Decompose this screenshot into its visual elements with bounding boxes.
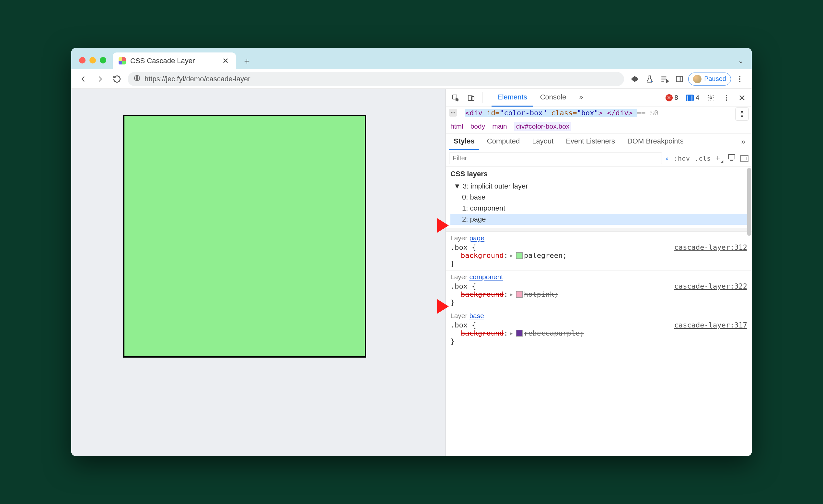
browser-menu-button[interactable] (733, 73, 746, 85)
maximize-window-button[interactable] (100, 57, 106, 63)
styles-tabstrip: Styles Computed Layout Event Listeners D… (446, 134, 752, 150)
color-swatch[interactable] (516, 330, 523, 337)
back-button[interactable] (77, 73, 90, 85)
devtools-toolbar: Elements Console » ✕8 ❙❙4 (446, 89, 752, 107)
close-window-button[interactable] (79, 57, 86, 63)
css-property[interactable]: background (461, 251, 504, 260)
panel-icon[interactable] (673, 73, 686, 85)
issues-icon: ❙❙ (686, 95, 694, 101)
style-rule[interactable]: Layer page .box { cascade-layer:312 back… (446, 231, 752, 270)
profile-avatar (693, 75, 701, 83)
urlbar: https://jec.fyi/demo/cascade-layer Pause… (71, 69, 752, 89)
forward-button[interactable] (94, 73, 106, 85)
hov-toggle[interactable]: :hov (674, 155, 690, 162)
styles-tab-layout[interactable]: Layout (527, 134, 558, 150)
rule-source-link[interactable]: cascade-layer:317 (674, 321, 747, 329)
paused-label: Paused (704, 75, 726, 82)
reload-button[interactable] (111, 73, 123, 85)
svg-rect-2 (676, 76, 683, 81)
css-layers-heading: CSS layers (446, 166, 752, 180)
browser-window: CSS Cascade Layer ✕ ＋ ⌄ https://jec.fyi/… (71, 48, 752, 456)
demo-color-box (123, 115, 366, 358)
error-icon: ✕ (666, 94, 673, 102)
selected-element-html[interactable]: ⋯ <div id="color-box" class="box"> </div… (446, 107, 752, 119)
rule-source-link[interactable]: cascade-layer:322 (674, 282, 747, 290)
breadcrumb-main[interactable]: main (492, 123, 507, 130)
tab-elements[interactable]: Elements (492, 89, 533, 107)
css-property[interactable]: background (461, 329, 504, 337)
rule-source-link[interactable]: cascade-layer:312 (674, 243, 747, 251)
svg-point-9 (710, 97, 712, 99)
playlist-icon[interactable] (658, 73, 671, 85)
collapsed-ancestors-icon[interactable]: ⋯ (449, 109, 457, 117)
issues-badge[interactable]: ❙❙4 (683, 94, 702, 102)
expand-shorthand-icon[interactable]: ▸ (509, 290, 514, 298)
css-value[interactable]: rebeccapurple; (524, 329, 584, 337)
toggle-sidebar-icon[interactable] (740, 155, 749, 162)
style-rule[interactable]: Layer component .box { cascade-layer:322… (446, 270, 752, 309)
layer-tree-root[interactable]: 3: implicit outer layer (450, 181, 747, 192)
computed-styles-icon[interactable] (728, 154, 735, 163)
styles-tabs-overflow[interactable]: » (738, 138, 749, 146)
cls-toggle[interactable]: .cls (695, 155, 711, 162)
devtools-menu-button[interactable] (720, 91, 733, 104)
annotation-arrow-icon (423, 215, 449, 236)
styles-tab-styles[interactable]: Styles (449, 134, 479, 150)
layers-toggle-icon[interactable]: ⬨ (665, 155, 669, 162)
device-toggle-button[interactable] (465, 91, 478, 104)
omnibox[interactable]: https://jec.fyi/demo/cascade-layer (128, 72, 624, 86)
css-value[interactable]: palegreen; (524, 251, 567, 260)
page-viewport (71, 89, 446, 456)
svg-point-3 (739, 76, 740, 77)
close-tab-button[interactable]: ✕ (221, 56, 230, 65)
css-value[interactable]: hotpink; (524, 290, 558, 298)
layer-link[interactable]: component (469, 273, 503, 281)
layer-tree-item-selected[interactable]: 2: page (450, 214, 747, 225)
browser-tab[interactable]: CSS Cascade Layer ✕ (113, 52, 236, 69)
rule-selector: .box { (450, 282, 476, 290)
styles-tab-dom-breakpoints[interactable]: DOM Breakpoints (623, 134, 688, 150)
color-swatch[interactable] (516, 291, 523, 298)
paused-chip[interactable]: Paused (688, 72, 731, 86)
errors-badge[interactable]: ✕8 (663, 94, 681, 102)
tab-favicon (119, 57, 126, 64)
tab-list-dropdown[interactable]: ⌄ (733, 54, 748, 68)
breadcrumb-body[interactable]: body (471, 123, 485, 130)
layer-link[interactable]: page (469, 234, 484, 241)
titlebar: CSS Cascade Layer ✕ ＋ ⌄ (71, 48, 752, 69)
styles-filter-input[interactable] (449, 153, 662, 164)
styles-body[interactable]: CSS layers 3: implicit outer layer 0: ba… (446, 166, 752, 456)
color-swatch[interactable] (516, 252, 523, 259)
tab-title: CSS Cascade Layer (130, 57, 216, 65)
styles-tab-event-listeners[interactable]: Event Listeners (561, 134, 620, 150)
breadcrumb-html[interactable]: html (450, 123, 463, 130)
style-rule[interactable]: Layer base .box { cascade-layer:317 back… (446, 309, 752, 348)
dom-breadcrumbs: html body main div#color-box.box (446, 119, 752, 134)
breadcrumb-selected[interactable]: div#color-box.box (514, 122, 571, 131)
window-controls (75, 57, 110, 69)
extensions-icon[interactable] (629, 73, 641, 85)
svg-point-4 (739, 78, 740, 79)
tabs-overflow-button[interactable]: » (573, 89, 589, 107)
svg-point-10 (726, 95, 727, 96)
inspect-element-button[interactable] (449, 91, 462, 104)
layer-link[interactable]: base (469, 312, 484, 319)
site-info-icon[interactable] (134, 74, 141, 83)
svg-rect-14 (728, 155, 735, 159)
expand-shorthand-icon[interactable]: ▸ (509, 329, 514, 337)
layer-tree-item[interactable]: 1: component (450, 203, 747, 214)
new-tab-button[interactable]: ＋ (240, 54, 254, 68)
accessibility-icon[interactable] (735, 108, 749, 121)
expand-shorthand-icon[interactable]: ▸ (509, 251, 514, 260)
devtools-settings-button[interactable] (704, 91, 717, 104)
css-property[interactable]: background (461, 290, 504, 298)
labs-icon[interactable] (644, 73, 656, 85)
styles-tab-computed[interactable]: Computed (482, 134, 525, 150)
new-style-rule-button[interactable]: +◢ (715, 153, 723, 164)
tab-console[interactable]: Console (534, 89, 572, 107)
minimize-window-button[interactable] (90, 57, 96, 63)
devtools-close-button[interactable] (735, 91, 749, 104)
layer-tree-item[interactable]: 0: base (450, 192, 747, 203)
rule-selector: .box { (450, 243, 476, 251)
scrollbar[interactable] (747, 168, 751, 236)
